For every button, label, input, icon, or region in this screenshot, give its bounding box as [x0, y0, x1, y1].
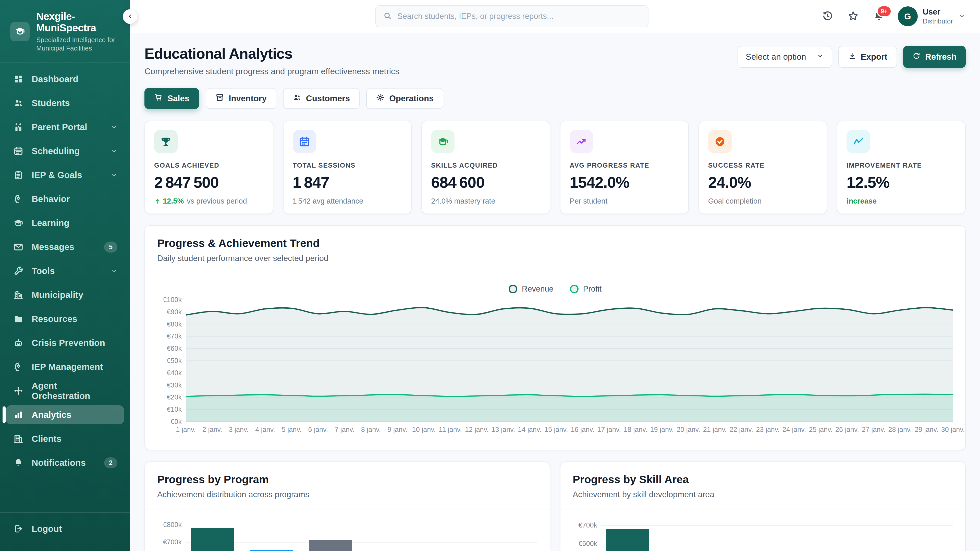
sidebar-item-iep-management[interactable]: IEP Management — [6, 357, 124, 376]
kpi-sub-text: 1 542 avg attendance — [293, 197, 363, 205]
skill-chart-subtitle: Achievement by skill development area — [573, 490, 953, 499]
brand-header: Nexgile-MuniSpectra Specialized Intellig… — [0, 0, 130, 62]
kpi-row: GOALS ACHIEVED 2 847 500 12.5%vs previou… — [145, 121, 966, 214]
y-tick-label: €700k — [163, 538, 182, 546]
sidebar-item-notifications[interactable]: Notifications2 — [6, 453, 124, 472]
sidebar-item-crisis-prevention[interactable]: Crisis Prevention — [6, 333, 124, 352]
sidebar-item-parent-portal[interactable]: Parent Portal — [6, 118, 124, 137]
x-tick-label: 15 janv. — [544, 426, 568, 433]
y-tick-label: €20k — [167, 393, 182, 401]
x-tick-label: 22 janv. — [729, 426, 753, 433]
head-icon — [13, 193, 24, 205]
sidebar-item-analytics[interactable]: Analytics — [6, 405, 124, 424]
sidebar-item-clients[interactable]: Clients — [6, 429, 124, 448]
y-tick-label: €70k — [167, 332, 182, 340]
x-tick-label: 8 janv. — [361, 426, 381, 433]
sidebar-item-label: Dashboard — [32, 74, 78, 84]
kpi-card-goals-achieved: GOALS ACHIEVED 2 847 500 12.5%vs previou… — [145, 121, 273, 214]
folder-icon — [13, 313, 24, 324]
x-tick-label: 4 janv. — [255, 426, 275, 433]
sidebar-item-scheduling[interactable]: Scheduling — [6, 141, 124, 160]
avatar: G — [898, 6, 918, 26]
y-tick-label: €90k — [167, 308, 182, 316]
kpi-value: 24.0% — [708, 173, 818, 191]
gridline — [601, 544, 953, 544]
sidebar-item-dashboard[interactable]: Dashboard — [6, 70, 124, 89]
search-input[interactable] — [397, 12, 641, 21]
x-tick-label: 3 janv. — [229, 426, 249, 433]
refresh-button[interactable]: Refresh — [903, 46, 966, 68]
sidebar-item-agent-orchestration[interactable]: Agent Orchestration — [6, 381, 124, 400]
y-tick-label: €30k — [167, 381, 182, 389]
brand-tagline: Specialized Intelligence for Municipal F… — [36, 36, 121, 52]
history-icon — [822, 10, 834, 23]
sidebar-item-students[interactable]: Students — [6, 94, 124, 113]
program-chart-title: Progress by Program — [157, 473, 538, 486]
skill-y-axis: €700k€600k€500k€400k€300k€200k€100k€0k — [573, 519, 601, 551]
chevron-down-icon — [111, 268, 118, 274]
clipboard-icon — [13, 169, 24, 181]
notifications-button[interactable]: 9+ — [872, 10, 885, 23]
sidebar-item-iep-goals[interactable]: IEP & Goals — [6, 165, 124, 184]
logout-icon — [13, 523, 24, 534]
legend-swatch — [509, 285, 517, 293]
legend-swatch — [570, 285, 579, 293]
sidebar-item-messages[interactable]: Messages5 — [6, 238, 124, 256]
kpi-delta: 12.5% — [154, 197, 184, 205]
user-menu[interactable]: G User Distributor — [898, 6, 966, 26]
kpi-card-total-sessions: TOTAL SESSIONS 1 847 1 542 avg attendanc… — [283, 121, 412, 214]
x-tick-label: 30 janv. — [941, 426, 965, 433]
trend-chart-title: Progress & Achievement Trend — [157, 237, 953, 249]
brand-name: Nexgile-MuniSpectra — [36, 11, 121, 34]
sidebar-item-label: Notifications — [32, 457, 86, 468]
global-search[interactable] — [375, 5, 649, 27]
kpi-label: IMPROVEMENT RATE — [846, 162, 956, 169]
history-button[interactable] — [821, 10, 834, 23]
x-tick-label: 19 janv. — [650, 426, 674, 433]
x-tick-label: 18 janv. — [624, 426, 648, 433]
export-button[interactable]: Export — [838, 46, 897, 68]
tab-operations[interactable]: Operations — [366, 88, 443, 109]
sidebar-collapse-button[interactable] — [123, 9, 138, 24]
x-tick-label: 28 janv. — [888, 426, 912, 433]
skill-bar-chart — [601, 519, 953, 551]
x-tick-label: 6 janv. — [308, 426, 328, 433]
legend-item-profit[interactable]: Profit — [570, 284, 601, 294]
sidebar-footer: Logout — [0, 512, 130, 551]
sidebar-item-learning[interactable]: Learning — [6, 213, 124, 232]
y-tick-label: €100k — [163, 296, 182, 304]
tab-inventory[interactable]: Inventory — [206, 88, 277, 109]
kpi-label: TOTAL SESSIONS — [293, 162, 402, 169]
kpi-value: 1542.0% — [570, 173, 679, 191]
gridline — [186, 525, 538, 525]
sidebar-item-resources[interactable]: Resources — [6, 310, 124, 328]
x-tick-label: 23 janv. — [756, 426, 780, 433]
tab-customers[interactable]: Customers — [283, 88, 360, 109]
family-icon — [13, 121, 24, 133]
trend-chart-subtitle: Daily student performance over selected … — [157, 254, 953, 263]
hub-icon — [13, 385, 24, 396]
logout-button[interactable]: Logout — [6, 519, 124, 538]
legend-item-revenue[interactable]: Revenue — [509, 284, 554, 294]
sidebar-item-behavior[interactable]: Behavior — [6, 189, 124, 208]
kpi-card-avg-progress-rate: AVG PROGRESS RATE 1542.0% Per student — [560, 121, 689, 214]
sidebar-item-tools[interactable]: Tools — [6, 262, 124, 280]
sidebar-item-label: Behavior — [32, 194, 70, 204]
tab-sales[interactable]: Sales — [145, 88, 199, 109]
sidebar: Nexgile-MuniSpectra Specialized Intellig… — [0, 0, 130, 551]
sidebar-item-municipality[interactable]: Municipality — [6, 286, 124, 304]
kpi-sub-text: Per student — [570, 197, 608, 205]
y-tick-label: €80k — [167, 320, 182, 328]
favorites-button[interactable] — [847, 10, 859, 23]
chevron-down-icon — [111, 124, 118, 130]
option-select[interactable]: Select an option — [738, 46, 832, 68]
kpi-label: GOALS ACHIEVED — [154, 162, 264, 169]
x-tick-label: 10 janv. — [412, 426, 436, 433]
kpi-label: SUCCESS RATE — [708, 162, 818, 169]
skill-chart-title: Progress by Skill Area — [573, 473, 953, 486]
sidebar-item-label: Analytics — [32, 410, 72, 420]
y-tick-label: €0k — [170, 418, 182, 426]
topbar: 9+ G User Distributor — [130, 0, 980, 33]
x-tick-label: 21 janv. — [703, 426, 727, 433]
envelope-icon — [13, 241, 24, 252]
